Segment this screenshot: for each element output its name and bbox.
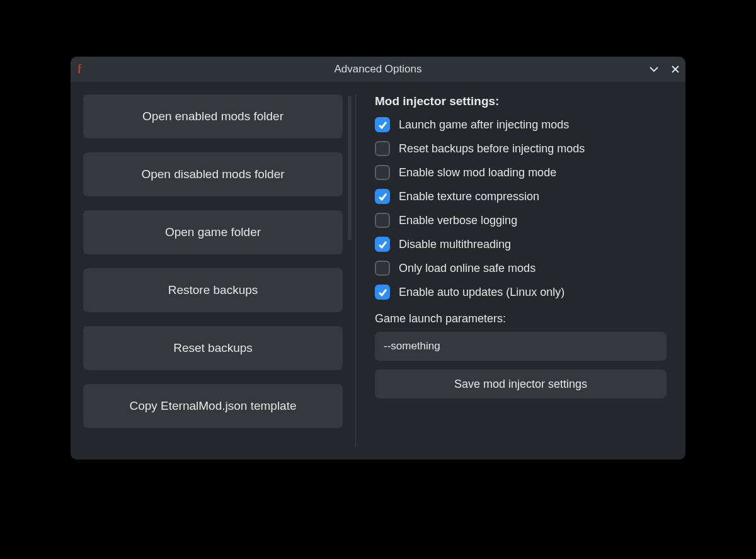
online-safe-only-row[interactable]: Only load online safe mods [375, 261, 667, 276]
settings-panel: Mod injector settings: Launch game after… [369, 94, 673, 447]
settings-heading: Mod injector settings: [375, 94, 667, 108]
copy-eternalmod-template-button[interactable]: Copy EternalMod.json template [83, 384, 343, 428]
open-disabled-mods-folder-button[interactable]: Open disabled mods folder [83, 152, 343, 196]
auto-updates-linux-label: Enable auto updates (Linux only) [399, 286, 564, 299]
auto-updates-linux-checkbox[interactable] [375, 285, 390, 300]
titlebar: ƒ Advanced Options [71, 57, 685, 82]
reset-backups-button[interactable]: Reset backups [83, 326, 343, 370]
launch-params-label: Game launch parameters: [375, 312, 667, 325]
left-actions-panel: Open enabled mods folderOpen disabled mo… [83, 94, 343, 428]
vertical-divider [355, 94, 356, 447]
slow-mod-loading-label: Enable slow mod loading mode [399, 166, 556, 179]
slow-mod-loading-checkbox[interactable] [375, 165, 390, 180]
online-safe-only-label: Only load online safe mods [399, 262, 536, 275]
restore-backups-button[interactable]: Restore backups [83, 268, 343, 312]
app-icon: ƒ [76, 61, 84, 75]
slow-mod-loading-row[interactable]: Enable slow mod loading mode [375, 165, 667, 180]
verbose-logging-label: Enable verbose logging [399, 214, 517, 227]
disable-multithread-label: Disable multithreading [399, 238, 511, 251]
verbose-logging-checkbox[interactable] [375, 213, 390, 228]
online-safe-only-checkbox[interactable] [375, 261, 390, 276]
launch-params-input[interactable] [375, 332, 667, 361]
window-controls [649, 57, 680, 82]
client-area: Open enabled mods folderOpen disabled mo… [71, 82, 685, 460]
save-settings-button[interactable]: Save mod injector settings [375, 370, 667, 398]
minimize-icon[interactable] [649, 64, 659, 74]
open-game-folder-button[interactable]: Open game folder [83, 210, 343, 254]
disable-multithread-row[interactable]: Disable multithreading [375, 237, 667, 252]
advanced-options-window: ƒ Advanced Options Open enabled mods fol… [71, 57, 685, 460]
window-title: Advanced Options [335, 63, 422, 76]
close-icon[interactable] [670, 64, 680, 74]
texture-compression-row[interactable]: Enable texture compression [375, 189, 667, 204]
reset-before-inject-label: Reset backups before injecting mods [399, 142, 585, 155]
texture-compression-checkbox[interactable] [375, 189, 390, 204]
launch-after-inject-checkbox[interactable] [375, 117, 390, 132]
settings-checkboxes: Launch game after injecting modsReset ba… [375, 117, 667, 308]
launch-after-inject-label: Launch game after injecting mods [399, 118, 569, 132]
texture-compression-label: Enable texture compression [399, 190, 539, 203]
disable-multithread-checkbox[interactable] [375, 237, 390, 252]
auto-updates-linux-row[interactable]: Enable auto updates (Linux only) [375, 285, 667, 300]
reset-before-inject-checkbox[interactable] [375, 141, 390, 156]
scrollbar[interactable] [348, 96, 352, 240]
launch-after-inject-row[interactable]: Launch game after injecting mods [375, 117, 667, 132]
reset-before-inject-row[interactable]: Reset backups before injecting mods [375, 141, 667, 156]
open-enabled-mods-folder-button[interactable]: Open enabled mods folder [83, 94, 343, 138]
verbose-logging-row[interactable]: Enable verbose logging [375, 213, 667, 228]
